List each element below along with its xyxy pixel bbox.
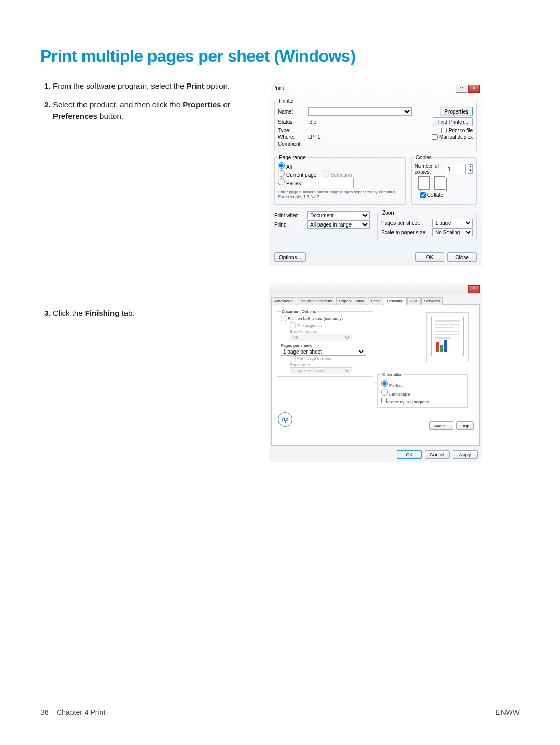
flip-pages-checkbox: Flip pages up bbox=[290, 322, 322, 328]
zoom-label: Zoom bbox=[381, 210, 397, 216]
print-both-sides-checkbox[interactable]: Print on both sides (manually) bbox=[281, 316, 343, 321]
tab-printing-shortcuts[interactable]: Printing Shortcuts bbox=[297, 297, 335, 305]
ok-button[interactable]: OK bbox=[397, 450, 422, 459]
preview-page-icon bbox=[431, 317, 464, 356]
portrait-label: Portrait bbox=[389, 383, 403, 388]
where-value: LPT1: bbox=[308, 134, 322, 140]
print-to-file-checkbox[interactable]: Print to file bbox=[441, 128, 473, 133]
flip-pages-label: Flip pages up bbox=[297, 323, 322, 328]
close-icon[interactable]: ✕ bbox=[468, 85, 480, 93]
pages-radio[interactable]: Pages: bbox=[278, 180, 302, 186]
manual-duplex-checkbox[interactable]: Manual duplex bbox=[432, 134, 473, 140]
print-label: Print: bbox=[274, 222, 305, 228]
properties-dialog: — — ✕ Advanced Printing Shortcuts Paper/… bbox=[269, 284, 482, 462]
landscape-label: Landscape bbox=[389, 392, 410, 397]
name-label: Name: bbox=[278, 109, 306, 115]
collate-checkbox[interactable]: Collate bbox=[420, 192, 443, 198]
properties-titlebar: — — ✕ bbox=[269, 284, 482, 294]
step-3-text-a: Click the bbox=[53, 308, 85, 317]
all-radio[interactable]: All bbox=[278, 164, 292, 170]
page-range-label: Page range bbox=[278, 154, 307, 160]
portrait-radio[interactable]: Portrait bbox=[381, 380, 464, 388]
page-preview bbox=[426, 312, 469, 362]
page: { "doc": { "title": "Print multiple page… bbox=[0, 0, 560, 745]
pages-per-sheet-select[interactable]: 1 page per sheet bbox=[281, 348, 366, 356]
zoom-group: Zoom Pages per sheet: 1 page Scale to pa… bbox=[377, 210, 477, 241]
screenshots-column: Print ? ✕ Printer Name: Properties bbox=[269, 80, 520, 462]
copies-group: Copies Number of copies: ▲▼ bbox=[411, 154, 477, 205]
steps-column: From the software program, select the Pr… bbox=[40, 80, 253, 462]
printer-name-select[interactable] bbox=[308, 107, 412, 116]
tab-services[interactable]: Services bbox=[421, 297, 443, 305]
print-select[interactable]: All pages in range bbox=[307, 220, 370, 229]
print-what-select[interactable]: Document bbox=[307, 211, 370, 219]
rotate-checkbox[interactable]: Rotate by 180 degrees bbox=[381, 398, 464, 404]
step-2-bold-1: Properties bbox=[183, 100, 221, 109]
pages-input[interactable] bbox=[304, 178, 354, 188]
about-button[interactable]: About... bbox=[429, 421, 453, 430]
tab-advanced[interactable]: Advanced bbox=[271, 297, 296, 305]
tab-paper-quality[interactable]: Paper/Quality bbox=[336, 297, 367, 305]
where-label: Where: bbox=[278, 134, 306, 140]
current-page-radio[interactable]: Current page bbox=[278, 172, 316, 178]
steps-list: From the software program, select the Pr… bbox=[40, 80, 253, 121]
step-1: From the software program, select the Pr… bbox=[53, 80, 253, 92]
close-icon[interactable]: ✕ bbox=[468, 285, 480, 293]
cancel-button[interactable]: Cancel bbox=[425, 450, 450, 459]
zoom-scale-label: Scale to paper size: bbox=[381, 230, 430, 235]
help-button[interactable]: Help bbox=[456, 421, 474, 430]
pps-label: Pages per sheet: bbox=[281, 343, 312, 348]
booklet-select: Off bbox=[290, 334, 352, 341]
step-2: Select the product, and then click the P… bbox=[53, 99, 253, 122]
page-borders-checkbox: Print page borders bbox=[290, 356, 331, 361]
step-3-bold: Finishing bbox=[85, 308, 120, 317]
close-button[interactable]: Close bbox=[447, 252, 477, 262]
print-what-label: Print what: bbox=[274, 213, 305, 218]
lang-code: ENWW bbox=[496, 708, 520, 716]
step-1-bold: Print bbox=[187, 81, 204, 90]
collate-label: Collate bbox=[427, 192, 443, 198]
properties-title: — — bbox=[272, 285, 283, 290]
collate-icon: Collate bbox=[420, 178, 473, 199]
steps-list-2: Click the Finishing tab. bbox=[40, 307, 253, 319]
chapter-label: Chapter 4 Print bbox=[57, 708, 105, 716]
hp-logo-icon: hp bbox=[278, 412, 292, 427]
printer-group: Printer Name: Properties Status: Idle Fi… bbox=[274, 98, 477, 151]
find-printer-button[interactable]: Find Printer... bbox=[433, 117, 473, 126]
apply-button[interactable]: Apply bbox=[453, 450, 478, 459]
status-label: Status: bbox=[278, 119, 306, 125]
spinner-icon[interactable]: ▲▼ bbox=[468, 164, 473, 174]
num-copies-input[interactable] bbox=[446, 164, 466, 174]
options-button[interactable]: Options... bbox=[274, 252, 306, 262]
zoom-scale-select[interactable]: No Scaling bbox=[432, 228, 473, 236]
tab-finishing[interactable]: Finishing bbox=[384, 297, 407, 305]
tab-color[interactable]: olor bbox=[407, 297, 420, 305]
page-range-hint: Enter page numbers and/or page ranges se… bbox=[278, 190, 402, 199]
print-dialog: Print ? ✕ Printer Name: Properties bbox=[269, 83, 482, 266]
zoom-pps-select[interactable]: 1 page bbox=[432, 219, 473, 227]
properties-button[interactable]: Properties bbox=[440, 107, 473, 116]
num-copies-label: Number of copies: bbox=[415, 163, 442, 175]
printer-group-label: Printer bbox=[278, 98, 295, 104]
page-range-group: Page range All Current page Selection Pa… bbox=[274, 154, 406, 205]
selection-label: Selection bbox=[331, 172, 352, 178]
print-dialog-titlebar: Print ? ✕ bbox=[269, 83, 482, 95]
step-2-bold-2: Preferences bbox=[53, 111, 97, 120]
finishing-panel: Document Options Print on both sides (ma… bbox=[271, 305, 480, 446]
zoom-pps-label: Pages per sheet: bbox=[381, 220, 430, 226]
step-3-text-c: tab. bbox=[119, 308, 134, 317]
manual-duplex-label: Manual duplex bbox=[439, 134, 473, 140]
print-to-file-label: Print to file bbox=[449, 128, 473, 133]
tab-effects[interactable]: Effec bbox=[368, 297, 383, 305]
step-2-text-c: or bbox=[221, 100, 230, 109]
step-2-text-e: button. bbox=[97, 111, 123, 120]
booklet-label: Booklet layout: bbox=[290, 329, 317, 334]
page-title: Print multiple pages per sheet (Windows) bbox=[40, 47, 520, 66]
landscape-radio[interactable]: Landscape bbox=[381, 389, 464, 397]
document-options-label: Document Options bbox=[281, 309, 317, 314]
orientation-group: Orientation Portrait Landscape Rotate by… bbox=[377, 372, 468, 408]
ok-button[interactable]: OK bbox=[415, 252, 444, 262]
step-2-text-a: Select the product, and then click the bbox=[53, 100, 183, 109]
help-icon[interactable]: ? bbox=[456, 85, 467, 93]
page-borders-label: Print page borders bbox=[297, 356, 331, 361]
